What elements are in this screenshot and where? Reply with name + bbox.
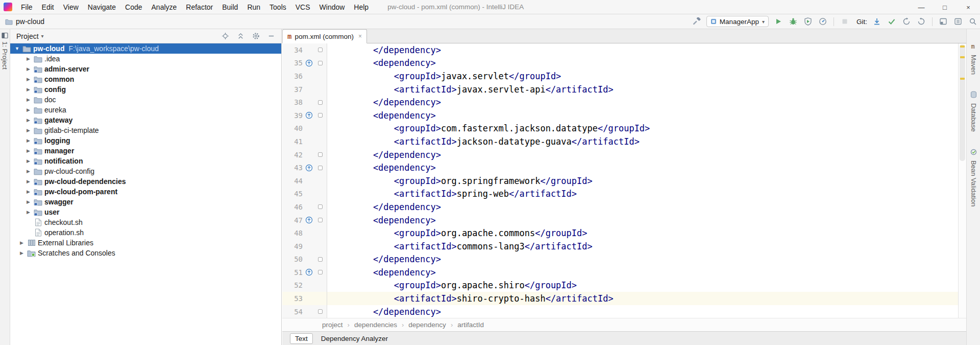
tool-stripe-bean-validation[interactable]: Bean Validation bbox=[970, 148, 977, 206]
code-line-53[interactable]: 53 <artifactId>shiro-crypto-hash</artifa… bbox=[282, 292, 958, 305]
line-number[interactable]: 40 bbox=[284, 124, 303, 132]
tree-item-user[interactable]: ▶user bbox=[10, 207, 281, 217]
vcs-commit-button[interactable] bbox=[887, 16, 897, 27]
tree-item-logging[interactable]: ▶logging bbox=[10, 135, 281, 146]
tree-arrow-icon[interactable]: ▶ bbox=[24, 66, 32, 72]
tree-item-pw-cloud-dependencies[interactable]: ▶pw-cloud-dependencies bbox=[10, 176, 281, 187]
breadcrumb-item-dependencies[interactable]: dependencies bbox=[354, 321, 397, 329]
code-line-35[interactable]: 35 <dependency> bbox=[282, 57, 958, 70]
tree-arrow-icon[interactable]: ▶ bbox=[24, 158, 32, 164]
override-gutter-icon[interactable] bbox=[303, 268, 315, 276]
vcs-update-button[interactable] bbox=[872, 16, 882, 27]
warning-mark[interactable] bbox=[960, 78, 965, 80]
code-line-40[interactable]: 40 <groupId>com.fasterxml.jackson.dataty… bbox=[282, 122, 958, 135]
tree-arrow-icon[interactable]: ▼ bbox=[13, 46, 21, 51]
collapse-all-icon[interactable] bbox=[237, 32, 244, 40]
tree-arrow-icon[interactable]: ▶ bbox=[24, 77, 32, 82]
line-number[interactable]: 52 bbox=[284, 281, 303, 289]
menu-item-file[interactable]: File bbox=[16, 0, 37, 14]
line-number[interactable]: 53 bbox=[284, 294, 303, 303]
minimize-button[interactable]: — bbox=[910, 0, 933, 14]
tree-arrow-icon[interactable]: ▶ bbox=[24, 148, 32, 153]
line-number[interactable]: 47 bbox=[284, 216, 303, 224]
code-line-38[interactable]: 38 </dependency> bbox=[282, 96, 958, 109]
fold-marker-icon[interactable] bbox=[315, 204, 325, 209]
tree-item-eureka[interactable]: ▶eureka bbox=[10, 105, 281, 115]
tree-item-pw-cloud-config[interactable]: ▶pw-cloud-config bbox=[10, 166, 281, 176]
line-number[interactable]: 41 bbox=[284, 137, 303, 146]
tree-arrow-icon[interactable]: ▶ bbox=[24, 107, 32, 112]
build-hammer-icon[interactable] bbox=[692, 16, 702, 27]
scrollbar-thumb[interactable] bbox=[960, 44, 965, 161]
menu-item-build[interactable]: Build bbox=[217, 0, 242, 14]
line-number[interactable]: 36 bbox=[284, 72, 303, 80]
run-config-selector[interactable]: ManagerApp ▾ bbox=[706, 16, 769, 27]
line-number[interactable]: 48 bbox=[284, 229, 303, 237]
menu-item-window[interactable]: Window bbox=[315, 0, 350, 14]
line-number[interactable]: 50 bbox=[284, 255, 303, 263]
tree-arrow-icon[interactable]: ▶ bbox=[24, 189, 32, 194]
tree-arrow-icon[interactable]: ▶ bbox=[18, 240, 26, 245]
code-line-44[interactable]: 44 <groupId>org.springframework</groupId… bbox=[282, 174, 958, 188]
tree-arrow-icon[interactable]: ▶ bbox=[24, 87, 32, 92]
menu-item-view[interactable]: View bbox=[59, 0, 83, 14]
search-everywhere-icon[interactable] bbox=[968, 16, 978, 27]
restore-layout-button[interactable] bbox=[938, 16, 948, 27]
tool-stripe-project[interactable]: 1: Project bbox=[0, 32, 10, 70]
code-line-42[interactable]: 42 </dependency> bbox=[282, 148, 958, 162]
line-number[interactable]: 35 bbox=[284, 59, 303, 67]
navigation-bar-root[interactable]: pw-cloud bbox=[5, 17, 44, 26]
line-number[interactable]: 44 bbox=[284, 177, 303, 185]
code-line-34[interactable]: 34 </dependency> bbox=[282, 43, 958, 57]
fold-marker-icon[interactable] bbox=[315, 166, 325, 170]
code-line-36[interactable]: 36 <groupId>javax.servlet</groupId> bbox=[282, 70, 958, 83]
bottom-tab-dependency-analyzer[interactable]: Dependency Analyzer bbox=[316, 333, 393, 344]
debug-button[interactable] bbox=[788, 16, 798, 27]
fold-marker-icon[interactable] bbox=[315, 61, 325, 65]
code-line-41[interactable]: 41 <artifactId>jackson-datatype-guava</a… bbox=[282, 135, 958, 148]
code-line-50[interactable]: 50 </dependency> bbox=[282, 253, 958, 266]
hide-windows-button[interactable] bbox=[953, 16, 963, 27]
run-button[interactable] bbox=[773, 16, 783, 27]
warning-mark[interactable] bbox=[960, 56, 965, 58]
line-number[interactable]: 51 bbox=[284, 268, 303, 277]
tree-item-gateway[interactable]: ▶gateway bbox=[10, 115, 281, 125]
menu-item-tools[interactable]: Tools bbox=[265, 0, 291, 14]
tree-item-external-libraries[interactable]: ▶External Libraries bbox=[10, 238, 281, 248]
fold-marker-icon[interactable] bbox=[315, 309, 325, 314]
menu-item-analyze[interactable]: Analyze bbox=[147, 0, 182, 14]
tree-item-common[interactable]: ▶common bbox=[10, 74, 281, 84]
fold-marker-icon[interactable] bbox=[315, 48, 325, 52]
editor-tab-pom-xml[interactable]: m pom.xml (common) × bbox=[282, 29, 367, 43]
code-line-48[interactable]: 48 <groupId>org.apache.commons</groupId> bbox=[282, 226, 958, 240]
tree-arrow-icon[interactable]: ▶ bbox=[24, 118, 32, 123]
code-line-51[interactable]: 51 <dependency> bbox=[282, 266, 958, 279]
tree-arrow-icon[interactable]: ▶ bbox=[24, 128, 32, 133]
line-number[interactable]: 37 bbox=[284, 85, 303, 94]
warning-mark[interactable] bbox=[960, 45, 965, 48]
close-tab-icon[interactable]: × bbox=[358, 33, 362, 40]
tree-item-.idea[interactable]: ▶.idea bbox=[10, 54, 281, 64]
line-number[interactable]: 39 bbox=[284, 111, 303, 120]
line-number[interactable]: 38 bbox=[284, 98, 303, 106]
tree-item-checkout.sh[interactable]: checkout.sh bbox=[10, 217, 281, 227]
override-gutter-icon[interactable] bbox=[303, 164, 315, 172]
line-number[interactable]: 46 bbox=[284, 203, 303, 211]
tree-arrow-icon[interactable]: ▶ bbox=[24, 210, 32, 215]
tree-item-scratches-and-consoles[interactable]: ▶Scratches and Consoles bbox=[10, 248, 281, 258]
line-number[interactable]: 34 bbox=[284, 46, 303, 54]
menu-item-navigate[interactable]: Navigate bbox=[83, 0, 120, 14]
line-number[interactable]: 43 bbox=[284, 164, 303, 172]
hide-panel-icon[interactable] bbox=[267, 32, 275, 40]
fold-marker-icon[interactable] bbox=[315, 100, 325, 105]
fold-marker-icon[interactable] bbox=[315, 270, 325, 274]
tree-arrow-icon[interactable]: ▶ bbox=[24, 199, 32, 204]
tree-arrow-icon[interactable]: ▶ bbox=[24, 169, 32, 174]
tree-arrow-icon[interactable]: ▶ bbox=[24, 97, 32, 102]
tree-item-doc[interactable]: ▶doc bbox=[10, 95, 281, 105]
tree-item-operation.sh[interactable]: operation.sh bbox=[10, 227, 281, 238]
tree-item-notification[interactable]: ▶notification bbox=[10, 156, 281, 166]
tree-arrow-icon[interactable]: ▶ bbox=[24, 56, 32, 61]
code-line-43[interactable]: 43 <dependency> bbox=[282, 161, 958, 174]
tree-item-config[interactable]: ▶config bbox=[10, 84, 281, 95]
